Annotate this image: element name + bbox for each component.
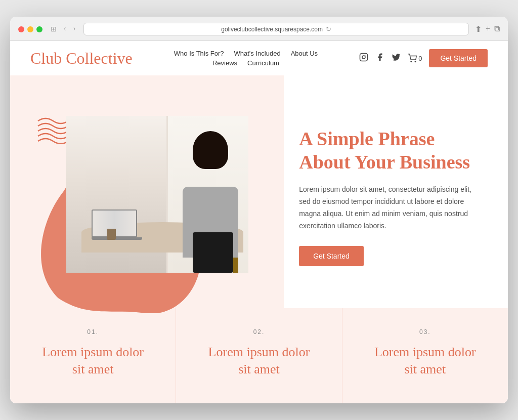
nav-right: 0 Get Started: [359, 49, 488, 67]
feature-col-3: 03. Lorem ipsum dolor sit amet: [342, 308, 508, 403]
traffic-lights: [18, 26, 42, 32]
nav-who-is-this-for[interactable]: Who Is This For?: [174, 50, 224, 57]
svg-point-4: [415, 61, 416, 62]
nav-row-1: Who Is This For? What's Included About U…: [174, 50, 318, 57]
browser-actions: ⬆ + ⧉: [475, 24, 500, 34]
share-icon[interactable]: ⬆: [475, 24, 482, 34]
main-nav: Who Is This For? What's Included About U…: [174, 50, 318, 67]
feature-1-title: Lorem ipsum dolor sit amet: [30, 344, 155, 378]
hero-right: A Simple Phrase About Your Business Lore…: [284, 75, 508, 308]
nav-whats-included[interactable]: What's Included: [234, 50, 281, 57]
hero-section: A Simple Phrase About Your Business Lore…: [10, 75, 508, 308]
feature-col-1: 01. Lorem ipsum dolor sit amet: [10, 308, 176, 403]
twitter-icon[interactable]: [392, 53, 401, 64]
hero-body-text: Lorem ipsum dolor sit amet, consectetur …: [299, 184, 483, 232]
nav-about-us[interactable]: About Us: [291, 50, 318, 57]
feature-3-number: 03.: [363, 328, 488, 335]
browser-controls: ⊞ ‹ ›: [49, 24, 77, 34]
close-button[interactable]: [18, 26, 24, 32]
maximize-button[interactable]: [36, 26, 42, 32]
nav-curriculum[interactable]: Curriculum: [247, 59, 279, 67]
sidebar-toggle-icon[interactable]: ⊞: [49, 24, 59, 34]
back-icon[interactable]: ‹: [62, 24, 68, 34]
address-bar[interactable]: goliveclubcollective.squarespace.com ↻: [83, 23, 469, 35]
url-text: goliveclubcollective.squarespace.com: [221, 26, 323, 33]
site-logo: Club Collective: [30, 50, 133, 67]
hero-left: [10, 75, 284, 308]
facebook-icon[interactable]: [375, 53, 384, 64]
new-tab-icon[interactable]: +: [486, 24, 490, 34]
forward-icon[interactable]: ›: [71, 24, 78, 34]
browser-window: ⊞ ‹ › goliveclubcollective.squarespace.c…: [10, 17, 508, 403]
hero-heading: A Simple Phrase About Your Business: [299, 128, 483, 174]
feature-2-title: Lorem ipsum dolor sit amet: [196, 344, 321, 378]
tabs-icon[interactable]: ⧉: [494, 24, 500, 34]
reload-icon[interactable]: ↻: [326, 25, 331, 33]
browser-chrome: ⊞ ‹ › goliveclubcollective.squarespace.c…: [10, 17, 508, 41]
website-content: Club Collective Who Is This For? What's …: [10, 41, 508, 403]
svg-rect-0: [360, 54, 368, 61]
svg-point-1: [362, 56, 365, 59]
feature-3-title: Lorem ipsum dolor sit amet: [363, 344, 488, 378]
svg-point-3: [411, 61, 412, 62]
header-get-started-button[interactable]: Get Started: [429, 49, 488, 67]
hero-photo: [66, 116, 248, 273]
nav-row-2: Reviews Curriculum: [212, 59, 279, 67]
feature-1-number: 01.: [30, 328, 155, 335]
hero-cta-button[interactable]: Get Started: [299, 246, 364, 266]
instagram-icon[interactable]: [359, 53, 368, 64]
nav-reviews[interactable]: Reviews: [212, 59, 237, 67]
svg-point-2: [366, 55, 367, 56]
minimize-button[interactable]: [27, 26, 33, 32]
feature-2-number: 02.: [196, 328, 321, 335]
cart-icon[interactable]: 0: [408, 54, 422, 63]
site-header: Club Collective Who Is This For? What's …: [10, 41, 508, 75]
feature-col-2: 02. Lorem ipsum dolor sit amet: [176, 308, 342, 403]
cart-count: 0: [418, 55, 422, 62]
features-section: 01. Lorem ipsum dolor sit amet 02. Lorem…: [10, 308, 508, 403]
